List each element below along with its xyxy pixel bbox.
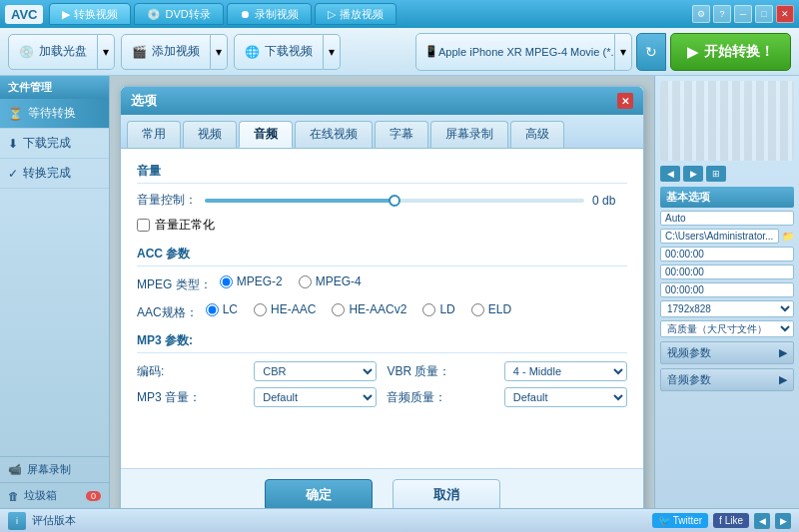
toolbar: 💿 加载光盘 ▾ 🎬 添加视频 ▾ 🌐 下载视频 ▾ 📱 Apple iPhon… <box>0 28 799 76</box>
field-time3: 00:00:00 <box>660 282 794 297</box>
refresh-button[interactable]: ↻ <box>636 33 666 71</box>
field-auto: Auto <box>660 211 794 226</box>
aac-lc-option[interactable]: LC <box>206 302 238 316</box>
field-time3-value: 00:00:00 <box>660 282 794 297</box>
top-bar: AVC ▶ 转换视频 💿 DVD转录 ⏺ 录制视频 ▷ 播放视频 ⚙ ? ─ □… <box>0 0 799 28</box>
tab-screen-record[interactable]: 屏幕录制 <box>430 121 508 148</box>
start-convert-button[interactable]: ▶ 开始转换！ <box>670 33 791 71</box>
tab-video[interactable]: 视频 <box>183 121 237 148</box>
encoder-select[interactable]: CBR <box>254 361 377 381</box>
nav-next-button[interactable]: ▶ <box>775 513 791 529</box>
field-auto-value: Auto <box>660 211 794 226</box>
add-disc-dropdown[interactable]: ▾ <box>98 34 115 70</box>
panel-btn-1[interactable]: ◀ <box>660 166 680 182</box>
sidebar-title: 文件管理 <box>0 76 109 99</box>
aac-hev2-option[interactable]: HE-AACv2 <box>332 302 406 316</box>
main-area: 文件管理 ⏳ 等待转换 ⬇ 下载完成 ✓ 转换完成 📹 屏幕录制 🗑 垃圾箱 0 <box>0 76 799 508</box>
video-params-expand[interactable]: 视频参数 ▶ <box>660 341 794 364</box>
aac-eld-option[interactable]: ELD <box>471 302 511 316</box>
tab-online[interactable]: 在线视频 <box>295 121 373 148</box>
convert-complete-icon: ✓ <box>8 167 18 181</box>
volume-slider-thumb[interactable] <box>389 195 400 207</box>
convert-video-icon: ▶ <box>62 8 70 21</box>
film-decoration <box>660 81 794 161</box>
bottom-right-controls: 🐦 Twitter f Like ◀ ▶ <box>652 513 791 529</box>
tab-dvd[interactable]: 💿 DVD转录 <box>134 3 223 25</box>
add-disc-button[interactable]: 💿 加载光盘 <box>8 34 98 70</box>
confirm-button[interactable]: 确定 <box>265 479 373 508</box>
resolution-select[interactable]: 1792x828 <box>660 300 794 317</box>
volume-control-row: 音量控制： 0 db <box>137 192 627 209</box>
volume-control-label: 音量控制： <box>137 192 197 209</box>
waiting-icon: ⏳ <box>8 107 23 121</box>
tab-common[interactable]: 常用 <box>127 121 181 148</box>
content-area: 选项 ✕ 常用 视频 音频 在线视频 字幕 屏幕录制 高级 音量 <box>110 76 654 508</box>
sidebar-item-converted[interactable]: ✓ 转换完成 <box>0 159 109 189</box>
field-quality: 高质量（大尺寸文件） <box>660 320 794 337</box>
modal-body: 音量 音量控制： 0 db 音量正常化 <box>121 149 643 468</box>
disc-icon: 💿 <box>19 45 34 59</box>
vbr-quality-select[interactable]: 4 - Middle <box>504 361 627 381</box>
audio-params-expand[interactable]: 音频参数 ▶ <box>660 368 794 391</box>
browse-icon[interactable]: 📁 <box>782 231 794 242</box>
sidebar-bottom: 📹 屏幕录制 🗑 垃圾箱 0 <box>0 456 109 508</box>
tab-subtitle[interactable]: 字幕 <box>375 121 428 148</box>
options-modal: 选项 ✕ 常用 视频 音频 在线视频 字幕 屏幕录制 高级 音量 <box>120 86 644 508</box>
play-icon: ▷ <box>328 8 336 21</box>
tab-play[interactable]: ▷ 播放视频 <box>315 3 397 25</box>
sidebar: 文件管理 ⏳ 等待转换 ⬇ 下载完成 ✓ 转换完成 📹 屏幕录制 🗑 垃圾箱 0 <box>0 76 110 508</box>
cancel-button[interactable]: 取消 <box>393 479 500 508</box>
panel-btn-3[interactable]: ⊞ <box>706 166 726 182</box>
add-video-dropdown[interactable]: ▾ <box>211 34 228 70</box>
add-disc-group: 💿 加载光盘 ▾ <box>8 34 115 70</box>
phone-icon: 📱 <box>424 45 438 58</box>
tab-convert-video[interactable]: ▶ 转换视频 <box>49 3 131 25</box>
download-video-button[interactable]: 🌐 下载视频 <box>234 34 324 70</box>
tab-audio[interactable]: 音频 <box>239 121 293 148</box>
aac-options: LC HE-AAC HE-AACv2 <box>206 302 511 316</box>
normalize-label: 音量正常化 <box>155 217 215 234</box>
tab-record[interactable]: ⏺ 录制视频 <box>227 3 312 25</box>
chevron-right-icon-2: ▶ <box>779 373 787 386</box>
sidebar-item-trash[interactable]: 🗑 垃圾箱 0 <box>0 482 109 508</box>
modal-header: 选项 ✕ <box>121 87 643 115</box>
modal-close-button[interactable]: ✕ <box>617 93 633 109</box>
normalize-checkbox[interactable] <box>137 219 150 232</box>
add-video-button[interactable]: 🎬 添加视频 <box>121 34 211 70</box>
tab-advanced[interactable]: 高级 <box>510 121 564 148</box>
field-path: C:\Users\Administrator... 📁 <box>660 229 794 244</box>
modal-footer: 确定 取消 <box>121 468 643 508</box>
volume-slider[interactable] <box>205 199 584 203</box>
sidebar-item-waiting[interactable]: ⏳ 等待转换 <box>0 99 109 129</box>
panel-btn-2[interactable]: ▶ <box>683 166 703 182</box>
maximize-button[interactable]: □ <box>755 5 773 23</box>
quality-select[interactable]: 高质量（大尺寸文件） <box>660 320 794 337</box>
mpeg2-option[interactable]: MPEG-2 <box>220 274 283 288</box>
add-video-icon: 🎬 <box>132 45 147 59</box>
eval-icon: i <box>8 512 26 530</box>
right-panel: ◀ ▶ ⊞ 基本选项 Auto C:\Users\Administrator..… <box>654 76 799 508</box>
audio-quality-select[interactable]: Default <box>504 387 627 407</box>
facebook-button[interactable]: f Like <box>713 513 749 528</box>
help-button[interactable]: ? <box>713 5 731 23</box>
target-format-dropdown[interactable]: ▾ <box>615 33 632 71</box>
add-video-group: 🎬 添加视频 ▾ <box>121 34 228 70</box>
mp3-section-title: MP3 参数: <box>137 332 627 353</box>
nav-prev-button[interactable]: ◀ <box>754 513 770 529</box>
field-time1-value: 00:00:00 <box>660 247 794 262</box>
twitter-button[interactable]: 🐦 Twitter <box>652 513 708 528</box>
close-button[interactable]: ✕ <box>776 5 794 23</box>
target-format-selector[interactable]: 📱 Apple iPhone XR MPEG-4 Movie (*.m... <box>415 33 615 71</box>
sidebar-item-screen-record[interactable]: 📹 屏幕录制 <box>0 456 109 482</box>
sidebar-item-downloaded[interactable]: ⬇ 下载完成 <box>0 129 109 159</box>
modal-title: 选项 <box>131 92 157 110</box>
aac-ld-option[interactable]: LD <box>422 302 454 316</box>
mpeg4-option[interactable]: MPEG-4 <box>299 274 362 288</box>
mp3-quality-select[interactable]: Default <box>254 387 377 407</box>
settings-button[interactable]: ⚙ <box>692 5 710 23</box>
minimize-button[interactable]: ─ <box>734 5 752 23</box>
aac-he-option[interactable]: HE-AAC <box>254 302 316 316</box>
download-video-group: 🌐 下载视频 ▾ <box>234 34 341 70</box>
download-video-dropdown[interactable]: ▾ <box>324 34 341 70</box>
volume-value: 0 db <box>592 194 627 208</box>
